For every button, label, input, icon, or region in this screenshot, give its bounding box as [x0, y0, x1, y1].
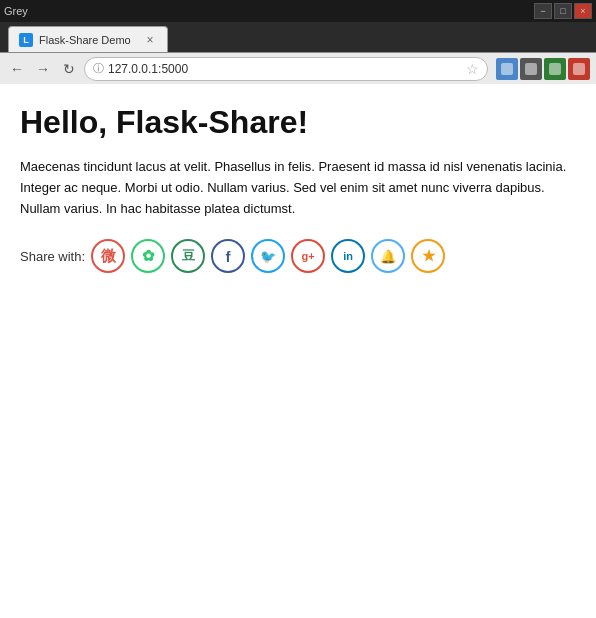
page-body-text: Maecenas tincidunt lacus at velit. Phase… [20, 157, 576, 219]
share-favorite-button[interactable]: ★ [411, 239, 445, 273]
share-gplus-button[interactable]: g+ [291, 239, 325, 273]
share-qzone-button[interactable]: 🔔 [371, 239, 405, 273]
tab-title: Flask-Share Demo [39, 34, 137, 46]
window-label: Grey [4, 5, 28, 17]
maximize-button[interactable]: □ [554, 3, 572, 19]
toolbar-icon-4[interactable] [568, 58, 590, 80]
bookmark-star-icon[interactable]: ☆ [466, 61, 479, 77]
toolbar-icon-3[interactable] [544, 58, 566, 80]
page-heading: Hello, Flask-Share! [20, 104, 576, 141]
toolbar-icon-2[interactable] [520, 58, 542, 80]
share-weibo-button[interactable]: 微 [91, 239, 125, 273]
svg-rect-0 [501, 63, 513, 75]
svg-rect-3 [573, 63, 585, 75]
svg-rect-2 [549, 63, 561, 75]
address-text: 127.0.0.1:5000 [108, 62, 462, 76]
address-field[interactable]: ⓘ 127.0.0.1:5000 ☆ [84, 57, 488, 81]
toolbar-icons [496, 58, 590, 80]
share-row: Share with: 微 ✿ 豆 f 🐦 g+ in 🔔 ★ [20, 239, 576, 273]
title-bar-controls: − □ × [534, 3, 592, 19]
tab-bar: L Flask-Share Demo × [0, 22, 596, 52]
title-bar-left: Grey [4, 5, 32, 17]
share-twitter-button[interactable]: 🐦 [251, 239, 285, 273]
minimize-button[interactable]: − [534, 3, 552, 19]
share-wechat-button[interactable]: ✿ [131, 239, 165, 273]
title-bar: Grey − □ × [0, 0, 596, 22]
svg-rect-1 [525, 63, 537, 75]
tab-close-button[interactable]: × [143, 33, 157, 47]
page-content: Hello, Flask-Share! Maecenas tincidunt l… [0, 84, 596, 618]
share-douban-button[interactable]: 豆 [171, 239, 205, 273]
refresh-button[interactable]: ↻ [58, 58, 80, 80]
back-button[interactable]: ← [6, 58, 28, 80]
tab-favicon: L [19, 33, 33, 47]
forward-button[interactable]: → [32, 58, 54, 80]
close-button[interactable]: × [574, 3, 592, 19]
browser-tab[interactable]: L Flask-Share Demo × [8, 26, 168, 52]
share-facebook-button[interactable]: f [211, 239, 245, 273]
address-bar-row: ← → ↻ ⓘ 127.0.0.1:5000 ☆ [0, 52, 596, 84]
share-label: Share with: [20, 249, 85, 264]
toolbar-icon-1[interactable] [496, 58, 518, 80]
address-info-icon: ⓘ [93, 61, 104, 76]
share-linkedin-button[interactable]: in [331, 239, 365, 273]
